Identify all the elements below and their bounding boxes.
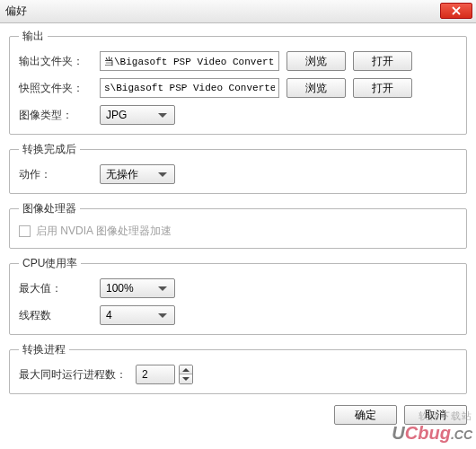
gpu-group: 图像处理器 启用 NVDIA 图像处理器加速 — [9, 201, 467, 249]
concurrent-label: 最大同时运行进程数： — [19, 367, 136, 383]
snapshot-folder-row: 快照文件夹： 浏览 打开 — [19, 78, 457, 98]
close-button[interactable] — [440, 3, 472, 19]
process-group: 转换进程 最大同时运行进程数： 2 — [9, 342, 467, 394]
close-icon — [452, 6, 461, 15]
chevron-down-icon — [158, 286, 167, 291]
chevron-down-icon — [158, 313, 167, 318]
title-bar: 偏好 — [0, 0, 476, 23]
chevron-down-icon — [158, 172, 167, 177]
gpu-checkbox[interactable] — [19, 225, 31, 237]
cpu-threads-row: 线程数 4 — [19, 305, 457, 325]
cpu-max-dropdown[interactable]: 100% — [100, 278, 175, 298]
concurrent-spinner[interactable] — [179, 365, 193, 384]
output-folder-input[interactable] — [100, 51, 279, 71]
action-label: 动作： — [19, 167, 100, 182]
content-area: 输出 输出文件夹： 浏览 打开 快照文件夹： 浏览 打开 图像类型： JPG 转… — [0, 23, 476, 405]
cancel-button[interactable]: 取消 — [404, 405, 467, 425]
snapshot-folder-label: 快照文件夹： — [19, 81, 100, 96]
output-group: 输出 输出文件夹： 浏览 打开 快照文件夹： 浏览 打开 图像类型： JPG — [9, 29, 467, 135]
concurrent-row: 最大同时运行进程数： 2 — [19, 365, 457, 384]
image-type-dropdown[interactable]: JPG — [100, 105, 175, 125]
action-row: 动作： 无操作 — [19, 164, 457, 184]
cpu-group: CPU使用率 最大值： 100% 线程数 4 — [9, 256, 467, 335]
output-legend: 输出 — [19, 29, 48, 44]
image-type-row: 图像类型： JPG — [19, 105, 457, 125]
action-dropdown[interactable]: 无操作 — [100, 164, 175, 184]
image-type-label: 图像类型： — [19, 108, 100, 123]
snapshot-open-button[interactable]: 打开 — [353, 78, 412, 98]
cpu-threads-label: 线程数 — [19, 308, 100, 323]
gpu-checkbox-row: 启用 NVDIA 图像处理器加速 — [19, 224, 457, 239]
snapshot-folder-input[interactable] — [100, 78, 279, 98]
spinner-up-button[interactable] — [180, 365, 192, 374]
chevron-down-icon — [182, 377, 190, 381]
cpu-max-row: 最大值： 100% — [19, 278, 457, 298]
footer-buttons: 确定 取消 — [0, 405, 476, 425]
output-folder-row: 输出文件夹： 浏览 打开 — [19, 51, 457, 71]
chevron-down-icon — [158, 113, 167, 118]
output-open-button[interactable]: 打开 — [353, 51, 412, 71]
cpu-max-label: 最大值： — [19, 281, 100, 296]
watermark-u: U — [392, 423, 404, 443]
process-legend: 转换进程 — [19, 342, 69, 357]
cpu-legend: CPU使用率 — [19, 256, 81, 271]
gpu-legend: 图像处理器 — [19, 201, 80, 216]
concurrent-value: 2 — [142, 368, 169, 381]
after-convert-legend: 转换完成后 — [19, 142, 80, 157]
ok-button[interactable]: 确定 — [334, 405, 397, 425]
watermark-rest: Cbug — [405, 423, 451, 443]
spinner-down-button[interactable] — [180, 374, 192, 383]
chevron-up-icon — [182, 368, 190, 372]
window-title: 偏好 — [5, 4, 27, 19]
gpu-checkbox-label: 启用 NVDIA 图像处理器加速 — [36, 224, 172, 239]
watermark-cc: .CC — [451, 427, 472, 442]
output-folder-label: 输出文件夹： — [19, 54, 100, 69]
cpu-threads-dropdown[interactable]: 4 — [100, 305, 175, 325]
after-convert-group: 转换完成后 动作： 无操作 — [9, 142, 467, 194]
snapshot-browse-button[interactable]: 浏览 — [286, 78, 346, 98]
output-browse-button[interactable]: 浏览 — [286, 51, 346, 71]
concurrent-input[interactable]: 2 — [136, 365, 175, 384]
